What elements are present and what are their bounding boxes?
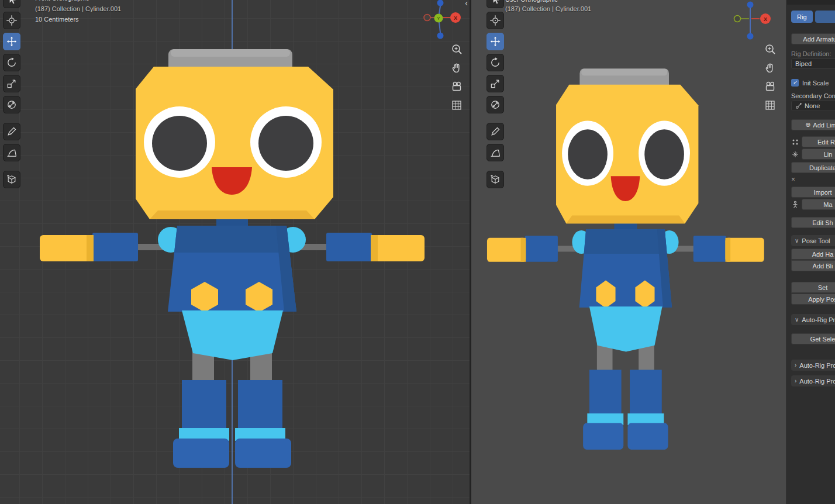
pan-button[interactable] — [763, 61, 777, 75]
ortho-toggle-button[interactable] — [763, 98, 777, 112]
link-button[interactable]: Lin — [802, 149, 835, 160]
match-row: Ma — [791, 199, 835, 210]
pose-tools-section-header[interactable]: ∨ Pose Tool — [791, 235, 835, 246]
add-limb-label: Add Limb — [813, 122, 835, 129]
zoom-button[interactable] — [763, 42, 777, 56]
axis-z-ball[interactable] — [437, 0, 444, 6]
panel-top-strip — [787, 0, 835, 5]
measure-tool-button[interactable] — [3, 144, 20, 161]
transform-tool-button[interactable] — [3, 96, 20, 113]
select-tool-button[interactable] — [3, 0, 20, 8]
secondary-controllers-label: Secondary Con — [791, 92, 835, 99]
auto-rig-pro-label-3: Auto-Rig Pro — [799, 378, 835, 385]
rig-definition-dropdown[interactable]: Biped — [791, 58, 835, 69]
link-row: Lin — [791, 149, 835, 160]
transform-icon — [489, 99, 501, 111]
set-pose-button[interactable]: Set — [791, 282, 835, 293]
left-eye-pupil — [152, 116, 207, 171]
add-cube-tool-button[interactable] — [486, 171, 504, 188]
cursor-icon — [6, 15, 18, 26]
axis-z-ball[interactable] — [747, 2, 754, 8]
move-icon — [489, 36, 501, 47]
navigation-gizmo[interactable]: X — [729, 0, 776, 42]
camera-view-button[interactable] — [450, 80, 464, 94]
pan-button[interactable] — [450, 61, 464, 75]
zoom-button[interactable] — [450, 42, 464, 56]
move-tool-button[interactable] — [3, 33, 20, 50]
rotate-tool-button[interactable] — [3, 54, 20, 71]
zoom-icon — [764, 43, 777, 56]
scale-icon — [489, 78, 501, 89]
get-selected-button[interactable]: Get Sele — [791, 333, 835, 344]
match-button[interactable]: Ma — [802, 199, 835, 210]
axis-negz-ball[interactable] — [437, 33, 444, 39]
auto-rig-pro-section-1[interactable]: ∨ Auto-Rig Pro — [791, 314, 835, 325]
view-mode-label: Front Orthographic — [35, 0, 89, 2]
pan-hand-icon — [764, 61, 777, 74]
add-blink-button[interactable]: Add Bli — [791, 260, 835, 271]
axis-x-label: X — [764, 16, 767, 22]
scale-label: 10 Centimeters — [35, 16, 79, 23]
constraint-icon — [795, 102, 802, 109]
panel-tabs: Rig — [791, 11, 835, 23]
init-scale-checkbox[interactable]: ✓ Init Scale — [791, 79, 835, 87]
cursor-tool-button[interactable] — [3, 12, 20, 29]
pan-hand-icon — [450, 61, 463, 74]
cursor-tool-button[interactable] — [486, 12, 504, 29]
move-tool-button[interactable] — [486, 33, 504, 50]
left-boot-base — [173, 439, 229, 468]
chevron-down-icon: ∨ — [795, 316, 799, 323]
viewport-nav-controls — [450, 42, 464, 112]
robot-model-user[interactable] — [471, 0, 786, 504]
transform-tool-button[interactable] — [486, 96, 504, 113]
axis-negy-ball[interactable] — [734, 16, 741, 22]
plus-circle-icon: ⊕ — [805, 121, 810, 129]
tab-partial[interactable] — [815, 11, 835, 23]
viewport-front[interactable]: Front Orthographic (187) Collection | Cy… — [0, 0, 470, 504]
auto-rig-pro-section-2[interactable]: › Auto-Rig Pro — [791, 360, 835, 371]
viewport-user[interactable]: User Orthographic (187) Collection | Cyl… — [471, 0, 786, 504]
left-hand-edge — [87, 235, 94, 261]
annotate-tool-button[interactable] — [3, 123, 20, 140]
chevron-right-icon: › — [795, 378, 796, 384]
right-boot-upper — [238, 380, 282, 436]
select-arrow-icon — [489, 0, 501, 5]
import-button[interactable]: Import — [791, 187, 835, 198]
add-cube-tool-button[interactable] — [3, 171, 20, 188]
scale-tool-button[interactable] — [486, 75, 504, 92]
apply-pose-button[interactable]: Apply Pos — [791, 294, 835, 305]
transform-icon — [6, 99, 18, 111]
axis-negz-ball[interactable] — [747, 33, 754, 40]
collection-label: (187) Collection | Cylinder.001 — [35, 5, 121, 12]
scale-tool-button[interactable] — [3, 75, 20, 92]
remove-button[interactable]: × — [791, 175, 803, 184]
annotate-tool-button[interactable] — [486, 123, 504, 140]
rotate-tool-button[interactable] — [486, 54, 504, 71]
add-armature-button[interactable]: Add Armature — [791, 33, 835, 44]
robot-model-front[interactable] — [0, 0, 470, 504]
bones-grid-icon — [791, 138, 799, 146]
navigation-gizmo[interactable]: Y X — [419, 0, 466, 41]
right-boot-base — [235, 439, 291, 468]
axis-negx-ball[interactable] — [424, 15, 430, 21]
tab-rig[interactable]: Rig — [791, 11, 813, 23]
annotate-pen-icon — [6, 126, 18, 137]
measure-tool-button[interactable] — [486, 144, 504, 161]
secondary-controllers-dropdown[interactable]: None — [791, 101, 835, 111]
auto-rig-pro-section-3[interactable]: › Auto-Rig Pro — [791, 375, 835, 386]
edit-reference-button[interactable]: Edit Re — [802, 136, 835, 147]
rig-sidebar: Rig Add Armature Rig Definition: Biped ✓… — [786, 0, 835, 504]
camera-view-button[interactable] — [763, 80, 777, 94]
duplicate-button[interactable]: Duplicate — [791, 162, 835, 173]
select-tool-button[interactable] — [486, 0, 504, 8]
ortho-toggle-button[interactable] — [450, 98, 464, 112]
edit-shape-button[interactable]: Edit Sh — [791, 217, 835, 228]
add-limb-button[interactable]: ⊕ Add Limb — [791, 119, 835, 130]
auto-rig-pro-label-1: Auto-Rig Pro — [802, 316, 835, 323]
pose-figure-icon — [791, 201, 799, 209]
left-boot-upper — [182, 380, 226, 436]
edit-reference-row: Edit Re — [791, 136, 835, 147]
add-hand-button[interactable]: Add Ha — [791, 248, 835, 260]
tool-column — [486, 0, 504, 188]
sparkle-icon — [791, 150, 799, 158]
